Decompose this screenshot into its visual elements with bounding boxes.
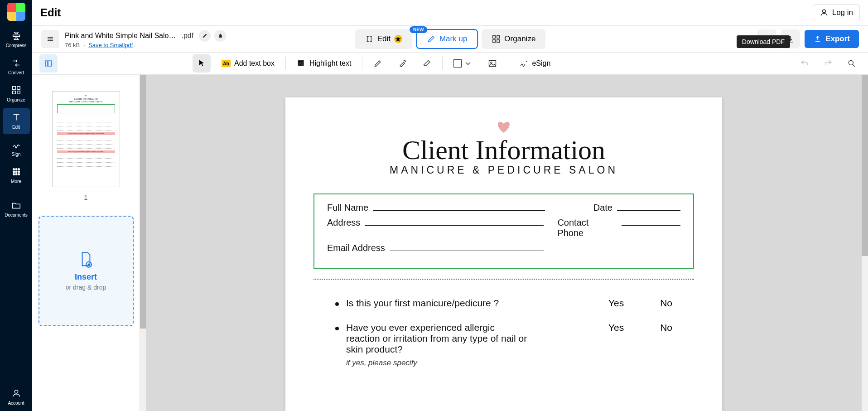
app-logo[interactable]	[7, 3, 25, 21]
chevron-down-icon	[463, 59, 473, 68]
tab-organize[interactable]: Organize	[482, 29, 545, 49]
panel-icon	[44, 59, 53, 68]
pencil-draw-icon	[373, 59, 382, 68]
nav-sign[interactable]: Sign	[3, 135, 30, 161]
separator	[362, 57, 362, 70]
esign-label: eSign	[532, 59, 550, 68]
viewer-scrollbar[interactable]	[862, 75, 868, 411]
thumbnail-toggle[interactable]	[39, 54, 58, 73]
nav-organize-label: Organize	[7, 97, 25, 102]
file-name: Pink and White Simple Nail Salo…	[65, 32, 176, 40]
svg-point-4	[13, 169, 14, 170]
nav-organize[interactable]: Organize	[3, 81, 30, 107]
question-1: Is this your first manicure/pedicure ? Y…	[335, 298, 672, 309]
content-area: ♥ Client Information MANICURE & PEDICURE…	[32, 75, 868, 411]
eraser-tool[interactable]	[418, 54, 436, 73]
header: Edit Log in	[32, 0, 868, 26]
save-link[interactable]: Save to Smallpdf	[88, 42, 133, 48]
nav-documents[interactable]: Documents	[3, 196, 30, 222]
q1-no: No	[660, 298, 672, 309]
insert-page-button[interactable]: Insert or drag & drop	[39, 216, 134, 326]
search-icon	[847, 59, 856, 68]
svg-rect-27	[489, 60, 496, 66]
tab-markup[interactable]: NEW Mark up	[416, 29, 478, 49]
add-text-tool[interactable]: Ab Add text box	[217, 57, 279, 70]
nav-more-label: More	[11, 179, 21, 184]
svg-point-11	[15, 174, 17, 175]
viewer-scroll-handle[interactable]	[862, 75, 868, 256]
nav-documents-label: Documents	[5, 213, 28, 218]
q2-sub-line	[422, 365, 521, 365]
svg-point-7	[13, 171, 14, 173]
thumb-number: 1	[84, 193, 87, 201]
edit-text-icon	[11, 112, 21, 122]
shape-tool[interactable]	[449, 56, 477, 71]
menu-button[interactable]	[41, 30, 59, 48]
cursor-tool[interactable]	[193, 54, 211, 73]
separator	[508, 57, 508, 70]
svg-rect-1	[17, 87, 19, 89]
svg-rect-17	[497, 36, 500, 39]
doc-title: Client Information	[313, 135, 694, 166]
document-viewer[interactable]: Client Information MANICURE & PEDICURE S…	[146, 75, 862, 411]
svg-text:Ab: Ab	[299, 61, 304, 66]
account-icon	[11, 388, 21, 398]
q1-yes: Yes	[608, 298, 624, 309]
marker-tool[interactable]	[393, 54, 411, 73]
date-line	[617, 210, 680, 211]
export-button[interactable]: Export	[805, 30, 859, 48]
nav-account[interactable]: Account	[3, 384, 30, 410]
more-grid-icon	[11, 167, 21, 177]
login-button[interactable]: Log in	[813, 4, 860, 21]
organize-tab-icon	[492, 34, 501, 44]
nav-compress[interactable]: Compress	[3, 26, 30, 53]
pencil-icon	[202, 33, 208, 39]
svg-rect-24	[48, 61, 52, 66]
nav-convert[interactable]: Convert	[3, 53, 30, 80]
svg-rect-18	[493, 40, 496, 43]
tab-edit[interactable]: Edit ★	[355, 29, 412, 49]
page-thumbnail-1[interactable]: ♥ Client Information MANICURE & PEDICURE…	[52, 91, 120, 187]
search-button[interactable]	[843, 54, 861, 73]
rename-button[interactable]	[199, 30, 211, 42]
cursor-icon	[197, 59, 206, 68]
lock-button[interactable]	[214, 30, 226, 42]
hamburger-icon	[46, 35, 54, 43]
add-text-label: Add text box	[234, 59, 275, 68]
left-sidebar: Compress Convert Organize Edit Sign More…	[0, 0, 32, 411]
svg-point-29	[849, 60, 853, 65]
thumb-scroll-handle[interactable]	[140, 75, 146, 329]
q2-text: Have you ever experienced allergic react…	[346, 322, 527, 355]
tab-edit-label: Edit	[377, 34, 391, 44]
esign-tool[interactable]: eSign	[515, 56, 555, 71]
highlight-tool[interactable]: Ab Highlight text	[292, 56, 356, 71]
nav-sign-label: Sign	[11, 152, 20, 157]
q2-no: No	[660, 322, 672, 333]
nav-edit[interactable]: Edit	[3, 108, 30, 134]
separator	[442, 57, 443, 70]
svg-rect-19	[497, 40, 500, 43]
star-badge: ★	[394, 35, 402, 43]
thumb-scrollbar[interactable]	[140, 75, 146, 411]
redo-button[interactable]	[819, 54, 837, 73]
file-size: 76 kB	[65, 42, 80, 48]
tab-organize-label: Organize	[504, 34, 535, 44]
image-icon	[488, 59, 497, 68]
pencil-tool[interactable]	[369, 54, 387, 73]
image-tool[interactable]	[483, 54, 502, 73]
svg-point-10	[13, 174, 14, 175]
date-label: Date	[593, 203, 612, 213]
svg-rect-23	[45, 61, 48, 66]
edit-tab-icon	[365, 34, 374, 44]
svg-rect-2	[12, 91, 15, 94]
insert-label: Insert	[75, 272, 97, 282]
address-line	[365, 225, 544, 226]
bullet-icon	[335, 302, 339, 306]
undo-button[interactable]	[796, 54, 814, 73]
questions: Is this your first manicure/pedicure ? Y…	[313, 298, 694, 367]
nav-more[interactable]: More	[3, 162, 30, 189]
q2-sub-text: if yes, please specify	[346, 358, 417, 367]
file-sep: ·	[83, 42, 85, 48]
marker-icon	[398, 59, 407, 68]
separator	[285, 57, 286, 70]
